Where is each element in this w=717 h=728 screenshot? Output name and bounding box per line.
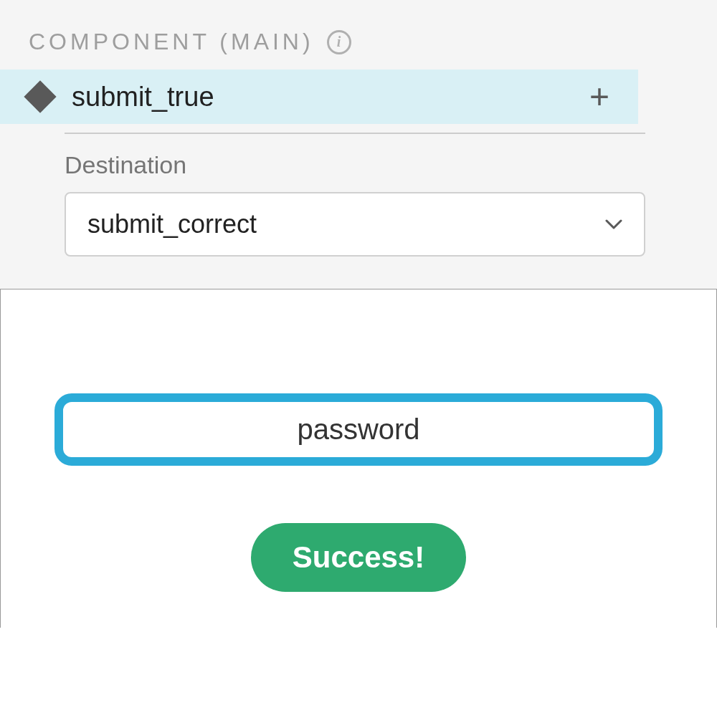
divider [65, 133, 645, 134]
password-input[interactable] [85, 413, 632, 446]
properties-panel: COMPONENT (MAIN) i submit_true + Destina… [0, 0, 717, 289]
destination-label: Destination [65, 151, 645, 179]
info-icon[interactable]: i [327, 30, 351, 54]
variant-name: submit_true [72, 82, 589, 112]
diamond-icon [24, 80, 56, 112]
chevron-down-icon [605, 216, 622, 233]
variant-row[interactable]: submit_true + [0, 70, 638, 124]
success-button[interactable]: Success! [251, 523, 466, 592]
component-header: COMPONENT (MAIN) i [0, 0, 717, 70]
plus-icon[interactable]: + [589, 80, 609, 114]
destination-value: submit_correct [87, 209, 257, 239]
password-input-wrapper[interactable] [54, 393, 663, 466]
destination-section: Destination submit_correct [0, 133, 717, 289]
component-header-label: COMPONENT (MAIN) [29, 29, 314, 55]
preview-panel: Success! [0, 289, 717, 628]
destination-select[interactable]: submit_correct [65, 192, 645, 257]
